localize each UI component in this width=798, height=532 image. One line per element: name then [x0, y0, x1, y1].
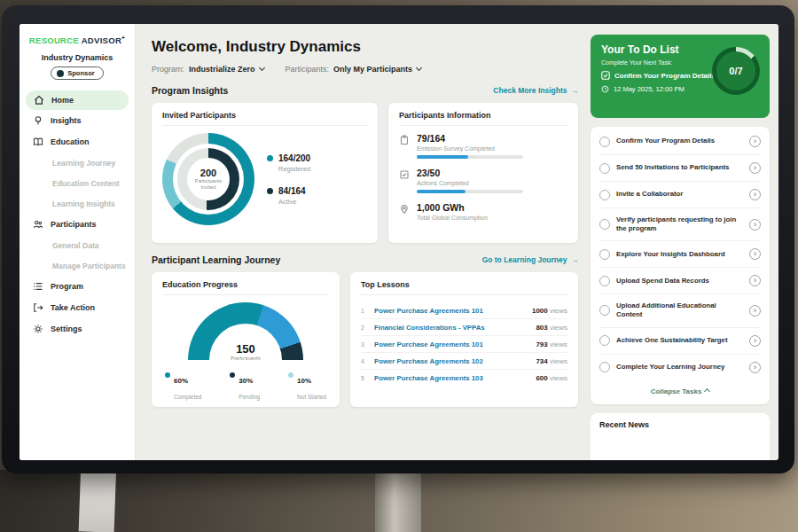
sidebar-item-manage-participants[interactable]: Manage Participants — [20, 255, 135, 276]
chevron-right-icon[interactable]: › — [749, 136, 761, 147]
lesson-row: 4 Power Purchase Agreements 102 734 view… — [361, 353, 567, 370]
task-row-confirm-program[interactable]: Confirm Your Program Details › — [599, 129, 761, 155]
invited-participants-card: Invited Participants 200 Participants In… — [152, 103, 378, 243]
action-arrow-icon — [33, 302, 43, 313]
lesson-title-link[interactable]: Financial Considerations - VPPAs — [374, 324, 529, 332]
sidebar-item-label: Take Action — [51, 303, 95, 312]
task-label: Achieve One Sustainability Target — [616, 336, 743, 345]
check-more-insights-link[interactable]: Check More Insights → — [493, 86, 578, 95]
gear-icon — [33, 324, 43, 334]
check-square-icon — [601, 71, 610, 80]
sidebar-item-education-content[interactable]: Education Content — [20, 173, 135, 193]
registered-dot — [267, 155, 273, 161]
task-row-explore-insights[interactable]: Explore Your Insights Dashboard › — [599, 241, 761, 268]
task-checkbox[interactable] — [599, 305, 610, 316]
sidebar-item-general-data[interactable]: General Data — [20, 235, 135, 255]
todo-progress-value: 0/7 — [716, 51, 755, 90]
lesson-row: 3 Power Purchase Agreements 101 793 view… — [361, 336, 567, 353]
legend-label: Not Started — [297, 394, 326, 400]
todo-due-datetime: 12 May 2025, 12:00 PM — [614, 85, 685, 93]
chevron-right-icon[interactable]: › — [749, 219, 761, 231]
stat-global-consumption: 1,000 GWh Total Global Consumption — [399, 202, 567, 224]
chevron-right-icon[interactable]: › — [749, 362, 761, 373]
lesson-views-count: 793 — [536, 340, 547, 348]
sidebar-item-learning-journey[interactable]: Learning Journey — [20, 153, 135, 173]
lesson-views-unit: views — [550, 307, 567, 315]
legend-active: 84/164 Active — [267, 186, 310, 206]
lesson-rank: 1 — [361, 308, 368, 314]
sidebar-nav: Home Insights Education Learning Journey… — [20, 90, 135, 340]
sidebar-subitem-label: Learning Insights — [52, 200, 115, 208]
gauge-center-label: Participants — [188, 356, 303, 360]
todo-hero-card: Your To Do List Complete Your Next Task:… — [591, 35, 770, 118]
participants-filter-dropdown[interactable]: Only My Participants — [333, 65, 421, 74]
donut-legend: 164/200 Registered 84/164 Active — [267, 153, 310, 206]
legend-pending: 30%Pending — [230, 371, 260, 403]
sidebar-item-education[interactable]: Education — [20, 131, 135, 153]
task-row-send-invitations[interactable]: Send 50 Invitations to Participants › — [599, 155, 761, 182]
task-row-invite-collaborator[interactable]: Invite a Collaborator › — [599, 182, 761, 208]
invited-donut-chart: 200 Participants Invited — [162, 133, 254, 225]
task-row-complete-learning-journey[interactable]: Complete Your Learning Journey › — [599, 355, 761, 380]
task-row-upload-educational-content[interactable]: Upload Additional Educational Content › — [599, 294, 761, 327]
education-progress-card: Education Progress 150 Participants — [152, 272, 340, 407]
task-checkbox[interactable] — [599, 190, 610, 200]
chevron-up-icon — [704, 388, 710, 395]
task-checkbox[interactable] — [599, 219, 610, 230]
sidebar-item-settings[interactable]: Settings — [20, 318, 135, 340]
chevron-right-icon[interactable]: › — [749, 162, 761, 174]
sponsor-icon — [57, 70, 64, 77]
lesson-title-link[interactable]: Power Purchase Agreements 101 — [374, 340, 529, 348]
arrow-right-icon: → — [571, 255, 579, 264]
sidebar-item-program[interactable]: Program — [20, 276, 135, 297]
chevron-right-icon[interactable]: › — [749, 275, 761, 286]
task-label: Verify participants requesting to join t… — [616, 215, 743, 233]
collapse-tasks-button[interactable]: Collapse Tasks — [599, 380, 761, 403]
home-icon — [34, 95, 44, 106]
lesson-title-link[interactable]: Power Purchase Agreements 102 — [374, 357, 529, 365]
task-checkbox[interactable] — [599, 335, 610, 346]
lesson-title-link[interactable]: Power Purchase Agreements 103 — [374, 374, 529, 382]
task-checkbox[interactable] — [599, 362, 610, 372]
program-filter-value: Industrialize Zero — [189, 65, 255, 74]
chevron-right-icon[interactable]: › — [749, 305, 761, 317]
task-label: Invite a Collaborator — [616, 190, 743, 199]
sidebar-item-take-action[interactable]: Take Action — [20, 297, 135, 318]
pending-dot — [230, 372, 235, 378]
program-filter-dropdown[interactable]: Industrialize Zero — [189, 65, 264, 74]
logo-plus: + — [121, 35, 125, 41]
sidebar-item-home[interactable]: Home — [26, 90, 129, 110]
task-checkbox[interactable] — [599, 276, 610, 286]
lesson-title-link[interactable]: Power Purchase Agreements 101 — [374, 307, 526, 315]
chevron-right-icon[interactable]: › — [749, 248, 761, 260]
go-to-learning-journey-link[interactable]: Go to Learning Journey → — [482, 255, 578, 264]
registered-value: 164/200 — [278, 153, 310, 163]
todo-next-task-label: Confirm Your Program Details — [614, 72, 716, 80]
check-square-icon — [399, 169, 410, 180]
section-title: Program Insights — [152, 85, 228, 96]
card-title: Invited Participants — [162, 111, 367, 126]
chevron-right-icon[interactable]: › — [749, 335, 761, 347]
lesson-views-count: 1000 — [532, 307, 548, 315]
program-filter: Program: Industrialize Zero — [152, 65, 264, 74]
sidebar-item-participants[interactable]: Participants — [20, 214, 135, 235]
task-checkbox[interactable] — [599, 249, 610, 260]
task-checkbox[interactable] — [599, 137, 610, 147]
stat-label: Total Global Consumption — [417, 215, 488, 221]
progress-bar — [417, 190, 523, 193]
stat-value: 1,000 GWh — [417, 202, 488, 213]
org-name: Industry Dynamics — [20, 53, 135, 62]
chevron-right-icon[interactable]: › — [749, 189, 761, 200]
task-row-verify-participants[interactable]: Verify participants requesting to join t… — [599, 208, 761, 241]
task-row-achieve-target[interactable]: Achieve One Sustainability Target › — [599, 328, 761, 355]
task-checkbox[interactable] — [599, 163, 610, 174]
task-row-upload-spend-data[interactable]: Upload Spend Data Records › — [599, 268, 761, 294]
education-gauge-chart: 150 Participants — [188, 302, 303, 360]
legend-pct: 60% — [174, 377, 188, 385]
sidebar-item-label: Settings — [51, 325, 82, 333]
sidebar-item-learning-insights[interactable]: Learning Insights — [20, 193, 135, 214]
sponsor-badge[interactable]: Sponsor — [51, 66, 103, 80]
sidebar-item-insights[interactable]: Insights — [20, 110, 135, 131]
lesson-views-unit: views — [550, 374, 567, 382]
logo-secondary: ADVISOR — [82, 35, 121, 45]
